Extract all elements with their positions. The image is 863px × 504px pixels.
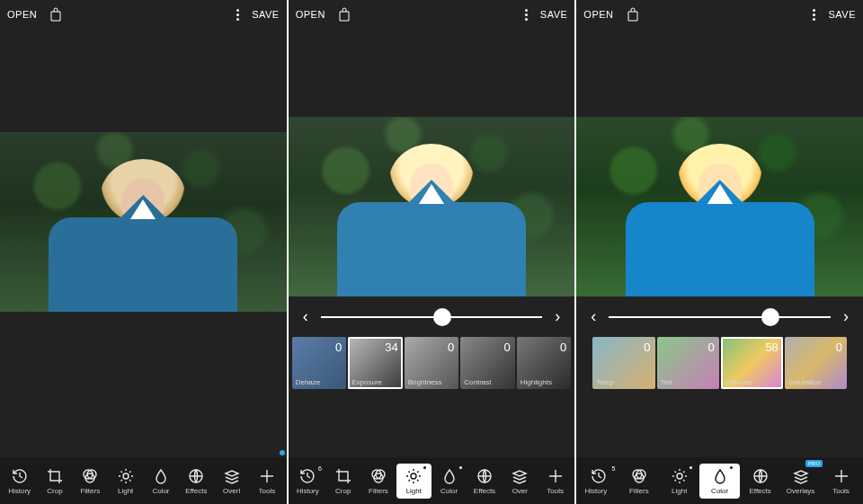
notification-dot <box>280 450 285 455</box>
next-arrow-icon[interactable]: › <box>547 307 567 326</box>
tile-label: Contrast <box>464 378 512 386</box>
photo <box>576 117 863 296</box>
tool-light[interactable]: Light <box>659 464 699 499</box>
tool-history[interactable]: History <box>2 464 37 499</box>
tool-label: Crop <box>335 487 351 495</box>
tool-tools[interactable]: Tools <box>538 464 573 499</box>
tile-label: Saturation <box>788 378 843 386</box>
slider-track[interactable] <box>609 316 831 318</box>
tool-label: Filters <box>80 487 100 495</box>
slider-thumb[interactable] <box>433 308 451 326</box>
tile-value: 0 <box>448 340 454 354</box>
more-icon[interactable] <box>805 7 823 22</box>
save-button[interactable]: SAVE <box>540 9 568 20</box>
slider-track[interactable] <box>321 316 543 318</box>
tool-light[interactable]: Light <box>396 464 432 499</box>
tile-label: Tint <box>661 378 716 386</box>
tile-label: Vibrance <box>725 378 779 386</box>
shop-icon[interactable] <box>627 7 639 22</box>
modified-dot <box>423 466 426 469</box>
shop-icon[interactable] <box>338 7 351 22</box>
tile-value: 0 <box>707 340 714 354</box>
open-button[interactable]: OPEN <box>7 9 37 20</box>
canvas[interactable] <box>289 29 575 504</box>
tool-effects[interactable]: Effects <box>740 464 780 499</box>
tool-label: Overlays <box>787 487 815 495</box>
prev-arrow-icon[interactable]: ‹ <box>583 307 603 326</box>
history-count: 5 <box>611 465 615 472</box>
tile-value: 58 <box>765 340 778 354</box>
tile-label: Brightness <box>408 378 456 386</box>
modified-dot <box>730 466 733 469</box>
tool-label: Light <box>672 487 687 495</box>
tool-overlays[interactable]: PROOverlays <box>780 464 821 499</box>
tile-value: 0 <box>335 340 342 354</box>
tool-tools[interactable]: Tools <box>249 464 284 499</box>
tool-color[interactable]: Color <box>432 464 467 499</box>
bottom-toolbar: 6History Crop Filters Light Color Effect… <box>289 457 575 504</box>
adjustment-slider: ‹ › <box>576 307 863 326</box>
tool-crop[interactable]: Crop <box>37 464 72 499</box>
tile-brightness[interactable]: 0Brightness <box>405 337 459 389</box>
tool-tools[interactable]: Tools <box>821 464 861 499</box>
tile-label: Highlights <box>520 378 568 386</box>
tool-history[interactable]: 6History <box>290 464 325 499</box>
next-arrow-icon[interactable]: › <box>836 307 856 326</box>
save-button[interactable]: SAVE <box>252 9 280 20</box>
tile-highlights[interactable]: 0Highlights <box>517 337 572 389</box>
tile-value: 0 <box>644 340 650 354</box>
slider-thumb[interactable] <box>761 308 779 326</box>
tile-value: 0 <box>836 340 842 354</box>
photo <box>0 132 287 312</box>
tile-vibrance[interactable]: 58Vibrance <box>721 337 783 389</box>
tool-label: Over <box>512 487 528 495</box>
canvas[interactable] <box>576 29 863 504</box>
save-button[interactable]: SAVE <box>828 9 856 20</box>
tool-effects[interactable]: Effects <box>467 464 502 499</box>
tool-filters[interactable]: Filters <box>73 464 108 499</box>
tile-label: Exposure <box>351 378 399 386</box>
tile-dehaze[interactable]: 0Dehaze <box>292 337 347 389</box>
tool-crop[interactable]: Crop <box>325 464 360 499</box>
tile-temp[interactable]: 0Temp <box>592 337 654 389</box>
tool-label: Overl <box>223 487 240 495</box>
tool-color[interactable]: Color <box>699 464 740 499</box>
tool-label: Color <box>440 487 458 495</box>
tool-history[interactable]: 5History <box>578 464 618 499</box>
tool-effects[interactable]: Effects <box>179 464 214 499</box>
more-icon[interactable] <box>229 7 246 22</box>
svg-point-13 <box>677 473 682 479</box>
tile-tint[interactable]: 0Tint <box>657 337 719 389</box>
tile-contrast[interactable]: 0Contrast <box>460 337 515 389</box>
tool-label: History <box>297 487 319 495</box>
open-button[interactable]: OPEN <box>583 9 613 20</box>
svg-point-8 <box>411 473 416 479</box>
open-button[interactable]: OPEN <box>296 9 325 20</box>
tool-overlays[interactable]: Over <box>503 464 538 499</box>
svg-point-3 <box>123 473 129 479</box>
tool-label: Effects <box>749 487 770 495</box>
topbar: OPEN SAVE <box>289 0 575 29</box>
tool-light[interactable]: Light <box>108 464 143 499</box>
bottom-toolbar: 5History Filters Light Color Effects PRO… <box>576 457 863 504</box>
modified-dot <box>459 466 462 469</box>
prev-arrow-icon[interactable]: ‹ <box>296 307 316 326</box>
topbar: OPEN SAVE <box>576 0 863 29</box>
tile-saturation[interactable]: 0Saturation <box>785 337 847 389</box>
screen-color: OPEN SAVE ‹ › 0Temp 0Tint 58Vibrance 0Sa… <box>576 0 863 504</box>
tool-label: Effects <box>474 487 495 495</box>
tool-label: Color <box>152 487 169 495</box>
tool-label: History <box>8 487 31 495</box>
tool-overlays[interactable]: Overl <box>214 464 249 499</box>
shop-icon[interactable] <box>49 7 62 22</box>
tool-filters[interactable]: Filters <box>360 464 396 499</box>
tool-color[interactable]: Color <box>143 464 178 499</box>
more-icon[interactable] <box>518 7 535 22</box>
tile-value: 34 <box>385 340 397 354</box>
tile-exposure[interactable]: 34Exposure <box>348 337 403 389</box>
light-tiles: 0Dehaze 34Exposure 0Brightness 0Contrast… <box>289 337 575 389</box>
screen-light: OPEN SAVE ‹ › 0Dehaze 34Exposure 0Bright… <box>289 0 575 504</box>
tool-label: Effects <box>185 487 207 495</box>
canvas[interactable] <box>0 29 287 504</box>
tool-filters[interactable]: Filters <box>618 464 659 499</box>
